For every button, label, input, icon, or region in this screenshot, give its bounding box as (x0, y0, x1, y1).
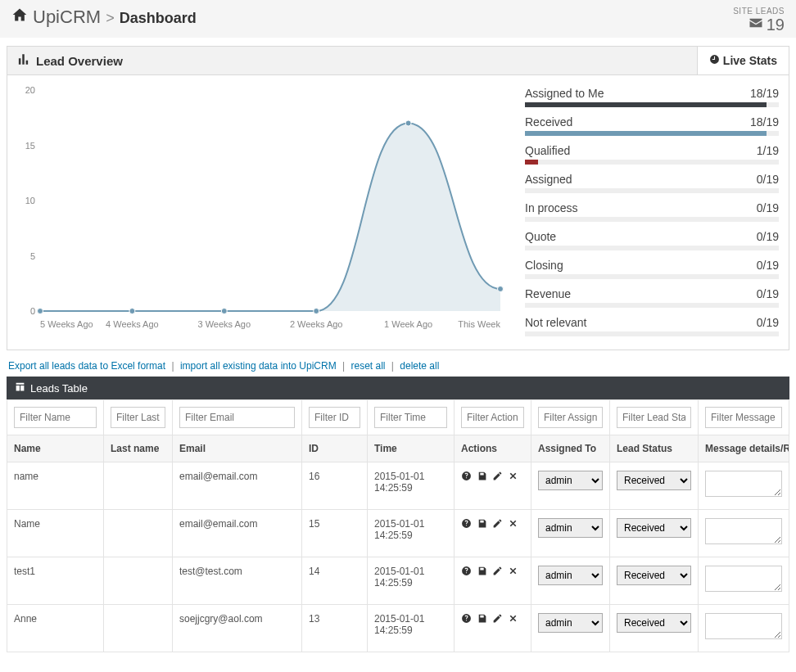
stat-row: Assigned0/19 (525, 173, 779, 193)
cell-actions (455, 462, 531, 510)
save-icon[interactable] (477, 518, 487, 531)
panel-title-label: Lead Overview (36, 54, 123, 68)
site-leads-count: 19 (767, 16, 785, 34)
status-select[interactable]: Received (617, 566, 691, 585)
filter-name-input[interactable] (14, 407, 97, 428)
stat-label: In process (525, 201, 578, 214)
header-message[interactable]: Message details/Remarks (699, 435, 789, 462)
header-email[interactable]: Email (173, 435, 302, 462)
live-stats-tab[interactable]: Live Stats (697, 47, 789, 74)
filter-time-input[interactable] (374, 407, 447, 428)
status-select[interactable]: Received (617, 518, 691, 538)
cell-id: 15 (302, 510, 368, 557)
header-name[interactable]: Name (7, 435, 104, 462)
header-assigned[interactable]: Assigned To (531, 435, 610, 462)
leads-table-panel: Leads Table Name Last name Email ID Time… (7, 377, 789, 652)
link-sep: | (391, 360, 394, 372)
header-actions[interactable]: Actions (455, 435, 531, 462)
stat-label: Received (525, 115, 572, 129)
delete-link[interactable]: delete all (400, 360, 439, 372)
header-status[interactable]: Lead Status (610, 435, 699, 462)
svg-text:2 Weeks Ago: 2 Weeks Ago (290, 319, 343, 329)
assigned-select[interactable]: admin (538, 566, 603, 585)
header-time[interactable]: Time (368, 435, 455, 462)
export-link[interactable]: Export all leads data to Excel format (8, 360, 165, 372)
remarks-textarea[interactable] (705, 518, 782, 544)
save-icon[interactable] (477, 471, 487, 484)
cell-time: 2015-01-01 14:25:59 (368, 510, 455, 557)
info-icon[interactable] (461, 566, 472, 579)
stat-bar (525, 131, 779, 136)
link-sep: | (171, 360, 174, 372)
filter-email-input[interactable] (179, 407, 295, 428)
filter-message-input[interactable] (705, 407, 782, 428)
info-icon[interactable] (461, 518, 472, 531)
filter-lastname-input[interactable] (111, 407, 165, 428)
filter-id-input[interactable] (309, 407, 360, 428)
cell-email: email@email.com (173, 462, 302, 510)
delete-icon[interactable] (508, 566, 518, 579)
stats-column: Assigned to Me18/19Received18/19Qualifie… (525, 82, 779, 336)
leads-table-title: Leads Table (30, 382, 88, 395)
cell-id: 14 (302, 557, 368, 605)
cell-time: 2015-01-01 14:25:59 (368, 462, 455, 510)
stat-value: 1/19 (757, 144, 779, 157)
stat-bar (525, 331, 779, 336)
edit-icon[interactable] (492, 613, 503, 626)
table-row: Annesoejjcgry@aol.com132015-01-01 14:25:… (7, 605, 789, 652)
import-link[interactable]: import all existing data into UpiCRM (180, 360, 337, 372)
edit-icon[interactable] (492, 471, 503, 484)
remarks-textarea[interactable] (705, 471, 782, 497)
info-icon[interactable] (461, 613, 472, 626)
breadcrumb: UpiCRM > Dashboard (11, 7, 197, 28)
bar-chart-icon (17, 53, 29, 68)
status-select[interactable]: Received (617, 471, 691, 490)
stat-bar (525, 246, 779, 250)
header-lastname[interactable]: Last name (104, 435, 173, 462)
delete-icon[interactable] (508, 471, 518, 484)
cell-id: 16 (302, 462, 368, 510)
filter-status-input[interactable] (617, 407, 691, 428)
save-icon[interactable] (477, 566, 487, 579)
stat-label: Quote (525, 230, 556, 243)
stat-row: Quote0/19 (525, 230, 779, 250)
assigned-select[interactable]: admin (538, 471, 603, 490)
header-id[interactable]: ID (302, 435, 368, 462)
table-row: test1test@test.com142015-01-01 14:25:59a… (7, 557, 789, 605)
svg-point-14 (314, 309, 319, 314)
reset-link[interactable]: reset all (351, 360, 385, 372)
filters-row (7, 399, 789, 435)
svg-text:5: 5 (30, 251, 35, 261)
site-leads-value: 19 (733, 16, 785, 34)
svg-text:4 Weeks Ago: 4 Weeks Ago (106, 319, 159, 329)
topbar: UpiCRM > Dashboard SITE LEADS 19 (0, 0, 796, 38)
filter-assigned-input[interactable] (538, 407, 603, 428)
cell-id: 13 (302, 605, 368, 652)
assigned-select[interactable]: admin (538, 518, 603, 538)
table-row: Nameemail@email.com152015-01-01 14:25:59… (7, 510, 789, 557)
assigned-select[interactable]: admin (538, 613, 603, 633)
link-sep: | (342, 360, 345, 372)
filter-actions-input[interactable] (461, 407, 524, 428)
edit-icon[interactable] (492, 518, 503, 531)
app-name: UpiCRM (33, 7, 101, 28)
delete-icon[interactable] (508, 518, 518, 531)
svg-point-13 (221, 309, 227, 314)
remarks-textarea[interactable] (705, 613, 782, 639)
remarks-textarea[interactable] (705, 566, 782, 592)
cell-actions (455, 510, 531, 557)
site-leads-widget: SITE LEADS 19 (733, 7, 785, 34)
table-icon (15, 381, 25, 395)
edit-icon[interactable] (492, 566, 503, 579)
save-icon[interactable] (477, 613, 487, 626)
info-icon[interactable] (461, 471, 472, 484)
cell-email: soejjcgry@aol.com (173, 605, 302, 652)
stat-value: 18/19 (750, 87, 779, 100)
stat-value: 0/19 (757, 173, 779, 186)
status-select[interactable]: Received (617, 613, 691, 633)
home-icon[interactable] (11, 7, 28, 27)
cell-lastname (104, 557, 173, 605)
cell-email: test@test.com (173, 557, 302, 605)
svg-point-11 (38, 309, 43, 314)
delete-icon[interactable] (508, 613, 518, 626)
